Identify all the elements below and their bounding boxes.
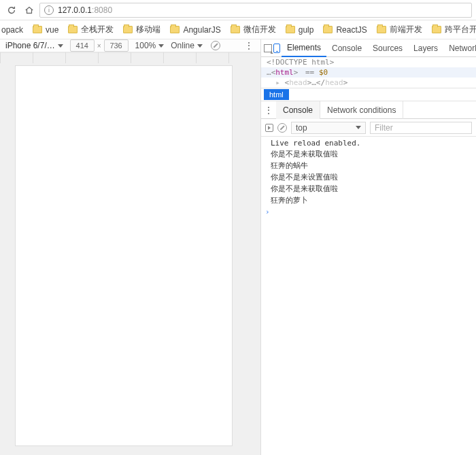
- chevron-down-icon: [58, 44, 63, 48]
- devtools-pane: ElementsConsoleSourcesLayersNetwork <!DO…: [261, 39, 476, 455]
- device-width-input[interactable]: 414: [70, 39, 95, 52]
- dom-line[interactable]: <!DOCTYPE html>: [261, 57, 476, 67]
- ruler: [0, 52, 260, 53]
- address-bar[interactable]: i 127.0.0.1:8080: [39, 3, 472, 18]
- reload-icon[interactable]: [4, 3, 19, 18]
- home-icon[interactable]: [22, 3, 37, 18]
- execution-context-icon[interactable]: [265, 124, 273, 132]
- console-line: Live reload enabled.: [261, 138, 476, 148]
- devtools-tab-elements[interactable]: Elements: [282, 39, 326, 57]
- dollar-zero: $0: [319, 68, 328, 77]
- equals: ==: [301, 68, 319, 77]
- devtools-tabs: ElementsConsoleSourcesLayersNetwork: [261, 39, 476, 57]
- device-emulator-pane: iPhone 6/7/… 414 × 736 100% Online ⋮: [0, 39, 261, 455]
- context-value: top: [296, 123, 307, 133]
- bookmark-item[interactable]: 移动端: [123, 24, 160, 35]
- device-select[interactable]: iPhone 6/7/…: [5, 41, 63, 50]
- console-toolbar: top Filter: [261, 119, 476, 137]
- bookmark-label: opack: [1, 25, 23, 35]
- ellipsis: …: [267, 68, 271, 77]
- zoom-select[interactable]: 100%: [135, 41, 165, 50]
- network-select[interactable]: Online: [171, 41, 203, 50]
- devtools-tab-sources[interactable]: Sources: [367, 39, 408, 57]
- devtools-tab-layers[interactable]: Layers: [408, 39, 443, 57]
- drawer-tab-console[interactable]: Console: [276, 101, 320, 119]
- context-select[interactable]: top: [291, 122, 366, 134]
- site-info-icon[interactable]: i: [44, 5, 54, 15]
- device-height-input[interactable]: 736: [104, 39, 129, 52]
- url-port: :8080: [92, 5, 112, 15]
- bookmark-label: 全栈开发: [81, 24, 114, 35]
- emulated-viewport[interactable]: [15, 65, 233, 446]
- bookmark-item[interactable]: vue: [33, 25, 58, 35]
- folder-icon: [170, 26, 180, 33]
- filter-placeholder: Filter: [375, 123, 393, 133]
- chevron-down-icon: [158, 44, 164, 48]
- kebab-menu-icon[interactable]: ⋮: [243, 42, 255, 49]
- bookmark-item[interactable]: AngularJS: [170, 25, 220, 35]
- drawer-tabs: ⋮ ConsoleNetwork conditions: [261, 101, 476, 119]
- no-throttling-icon[interactable]: [211, 41, 220, 50]
- bookmark-item[interactable]: 全栈开发: [68, 24, 114, 35]
- console-line: 你是不是来设置值啦: [261, 171, 476, 183]
- dom-line-selected[interactable]: …<html> == $0: [261, 67, 476, 78]
- url-host: 127.0.0.1: [58, 5, 92, 15]
- breadcrumb: html: [261, 88, 476, 101]
- chevron-down-icon: [197, 44, 203, 48]
- folder-icon: [323, 26, 333, 33]
- bookmarks-bar: opackvue全栈开发移动端AngularJS微信开发gulpReactJS前…: [0, 20, 476, 39]
- kebab-menu-icon[interactable]: ⋮: [261, 105, 276, 116]
- bookmark-item[interactable]: gulp: [286, 25, 314, 35]
- drawer-tab-network-conditions[interactable]: Network conditions: [320, 101, 403, 119]
- bookmark-item[interactable]: 跨平台开发平台: [432, 24, 476, 35]
- network-value: Online: [171, 41, 194, 50]
- browser-toolbar: i 127.0.0.1:8080: [0, 0, 476, 20]
- bookmark-label: 移动端: [136, 24, 160, 35]
- console-prompt[interactable]: ›: [261, 206, 476, 218]
- folder-icon: [286, 26, 295, 33]
- devtools-tab-console[interactable]: Console: [326, 39, 367, 57]
- zoom-value: 100%: [135, 41, 156, 50]
- device-name: iPhone 6/7/…: [5, 41, 55, 50]
- dom-tree[interactable]: <!DOCTYPE html> …<html> == $0 ▸ <head>…<…: [261, 57, 476, 88]
- console-line: 狂奔的蜗牛: [261, 160, 476, 171]
- viewport-area: [0, 53, 260, 455]
- bookmark-item[interactable]: ReactJS: [323, 25, 367, 35]
- inspect-element-icon[interactable]: [264, 42, 272, 54]
- bookmark-label: vue: [46, 25, 58, 35]
- bookmark-label: gulp: [299, 25, 314, 35]
- bookmark-label: ReactJS: [336, 25, 367, 35]
- dimension-x: ×: [97, 42, 101, 50]
- folder-icon: [123, 26, 133, 33]
- bookmark-label: 前端开发: [390, 24, 422, 35]
- bookmark-label: 跨平台开发平台: [445, 24, 476, 35]
- clear-console-icon[interactable]: [277, 123, 287, 133]
- dom-line[interactable]: ▸ <head>…</head>: [261, 78, 476, 88]
- breadcrumb-item[interactable]: html: [264, 89, 289, 100]
- filter-input[interactable]: Filter: [370, 122, 472, 134]
- bookmark-item[interactable]: 前端开发: [377, 24, 422, 35]
- chevron-down-icon: [356, 126, 361, 129]
- bookmark-item[interactable]: opack: [1, 25, 23, 35]
- folder-icon: [231, 26, 240, 33]
- bookmark-label: 微信开发: [243, 24, 276, 35]
- toggle-device-icon[interactable]: [273, 42, 280, 54]
- device-toolbar: iPhone 6/7/… 414 × 736 100% Online ⋮: [0, 39, 260, 52]
- bookmark-label: AngularJS: [183, 25, 220, 35]
- folder-icon: [432, 26, 441, 33]
- folder-icon: [377, 26, 386, 33]
- folder-icon: [68, 26, 78, 33]
- console-output[interactable]: Live reload enabled.你是不是来获取值啦狂奔的蜗牛你是不是来设…: [261, 137, 476, 455]
- console-line: 你是不是来获取值啦: [261, 148, 476, 160]
- bookmark-item[interactable]: 微信开发: [231, 24, 276, 35]
- main-split: iPhone 6/7/… 414 × 736 100% Online ⋮: [0, 39, 476, 455]
- console-line: 你是不是来获取值啦: [261, 183, 476, 195]
- devtools-tab-network[interactable]: Network: [443, 39, 476, 57]
- folder-icon: [33, 26, 42, 33]
- console-line: 狂奔的萝卜: [261, 195, 476, 206]
